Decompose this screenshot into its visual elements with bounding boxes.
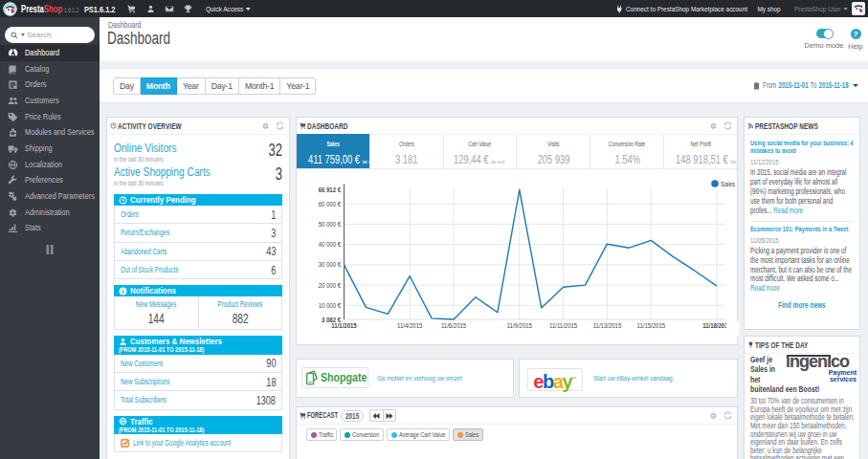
panel-settings-icon[interactable] (709, 121, 718, 130)
product-reviews-cell[interactable]: Product Reviews 882 (198, 296, 282, 329)
dashboard-panel: DASHBOARD Sales 411 759,00 € tax excl. O… (296, 117, 738, 345)
sidebar-item-dashboard[interactable]: Dashboard (0, 45, 100, 61)
cart-icon[interactable] (122, 0, 142, 17)
shop-name-link[interactable]: PS1.6.1.2 (84, 4, 116, 14)
to-date: 2015-11-18 (819, 81, 849, 90)
clock-icon (110, 122, 117, 129)
forecast-legend: Traffic Conversion Average Cart Value Sa… (297, 425, 737, 441)
sidebar-item-orders[interactable]: Orders (0, 76, 100, 93)
forecast-toggle-traffic[interactable]: Traffic (306, 428, 337, 441)
customers-person-icon (119, 338, 127, 346)
panel-settings-icon[interactable] (709, 411, 718, 420)
quick-access-menu[interactable]: Quick Access (206, 5, 251, 13)
search-input[interactable] (27, 31, 80, 39)
forward-button[interactable] (383, 409, 396, 422)
customers-row-new-customers[interactable]: New Customers90 (114, 355, 282, 373)
svg-text:11/11/2015: 11/11/2015 (549, 321, 577, 329)
panel-title: FORECAST (307, 411, 338, 420)
wrench-icon (8, 175, 18, 186)
panel-title: TIPS OF THE DAY (755, 340, 808, 350)
active-carts-link[interactable]: Active Shopping Carts (114, 166, 211, 178)
news-article-title[interactable]: Using social media for your business: 4 … (750, 140, 854, 155)
panel-refresh-icon[interactable] (723, 121, 732, 130)
range-button-day-1[interactable]: Day-1 (206, 77, 239, 95)
gear-icon (8, 208, 18, 218)
kpi-orders[interactable]: Orders 3 181 (370, 135, 444, 168)
forecast-toggle-average-cart-value[interactable]: Average Cart Value (387, 428, 450, 441)
forward-icon (386, 412, 393, 420)
sidebar-item-catalog[interactable]: Catalog (0, 61, 100, 77)
find-more-news-link[interactable]: Find more news (750, 300, 854, 310)
range-button-month[interactable]: Month (141, 77, 177, 95)
sidebar-item-customers[interactable]: Customers (0, 93, 100, 109)
panel-settings-icon[interactable] (261, 121, 270, 130)
trophy-icon[interactable] (179, 0, 198, 17)
news-article: Ecommerce 101: Payments in a Tweet 11/05… (750, 226, 854, 294)
google-analytics-link[interactable]: Link to your Google Analytics account (114, 434, 282, 452)
sidebar-item-modules[interactable]: Modules and Services (0, 124, 100, 141)
sidebar-item-localization[interactable]: Localization (0, 157, 100, 173)
demo-mode-toggle[interactable] (816, 29, 833, 38)
svg-text:11/1/2015: 11/1/2015 (331, 321, 356, 329)
sidebar-item-shipping[interactable]: Shipping (0, 141, 100, 157)
sidebar-nav: Dashboard Catalog Orders Customers Price… (0, 17, 100, 459)
backward-button[interactable] (369, 409, 383, 422)
notifications-header: Notifications (114, 285, 282, 296)
panel-title: DASHBOARD (307, 121, 347, 131)
sidebar-item-administration[interactable]: Administration (0, 205, 100, 221)
new-messages-cell[interactable]: New Messages 144 (115, 296, 198, 329)
date-range-picker[interactable]: From 2015-11-01 To 2015-11-18 (721, 81, 858, 90)
kpi-sales[interactable]: Sales 411 759,00 € tax excl. (297, 134, 370, 168)
marketplace-link[interactable]: Connect to PrestaShop Marketplace accoun… (616, 5, 747, 13)
kpi-net-profit[interactable]: Net Profit 148 918,51 € tax excl. (664, 135, 737, 168)
sidebar-item-price-rules[interactable]: Price Rules (0, 109, 100, 125)
kpi-visits[interactable]: Visits 205 939 (517, 135, 590, 168)
svg-text:11/6/2015: 11/6/2015 (441, 321, 466, 329)
read-more-link[interactable]: Read more (750, 283, 780, 293)
my-shop-link[interactable]: My shop (757, 5, 780, 13)
pending-row-orders[interactable]: Orders1 (114, 206, 282, 224)
employees-icon[interactable] (142, 0, 161, 17)
sidebar-search[interactable] (5, 27, 95, 43)
sidebar-item-stats[interactable]: Stats (0, 221, 100, 237)
news-article-title[interactable]: Ecommerce 101: Payments in a Tweet (750, 226, 854, 233)
pending-row-abandoned-carts[interactable]: Abandoned Carts43 (114, 243, 282, 261)
svg-text:66 912 €: 66 912 € (319, 186, 341, 193)
sidebar-item-preferences[interactable]: Preferences (0, 173, 100, 189)
kpi-row: Sales 411 759,00 € tax excl. Orders 3 18… (297, 135, 737, 169)
collapse-menu-icon[interactable] (0, 245, 100, 254)
kpi-cart-value[interactable]: Cart Value 129,44 € tax excl. (444, 135, 518, 168)
pending-row-out-of-stock[interactable]: Out of Stock Products6 (114, 261, 282, 279)
help-label: Help (845, 42, 866, 51)
user-avatar[interactable] (852, 2, 865, 15)
customers-newsletters-header: Customers & Newsletters (FROM 2015-11-01… (114, 336, 282, 355)
read-more-link[interactable]: Read more (773, 206, 803, 215)
user-menu[interactable]: PrestaShop User (794, 5, 848, 13)
panel-refresh-icon[interactable] (723, 411, 732, 420)
customers-row-total-subscribers[interactable]: Total Subscribers1308 (114, 391, 282, 409)
forecast-toggle-sales[interactable]: Sales (453, 428, 483, 441)
messages-icon[interactable] (160, 0, 179, 17)
demo-mode-block: Demo mode (803, 29, 845, 50)
svg-text:11/15/2015: 11/15/2015 (636, 321, 665, 329)
shopgate-link[interactable]: Ga mobiel en verhoog uw omzet (377, 374, 462, 382)
online-visitors-stat: Online Visitors in the last 30 minutes 3… (114, 142, 282, 164)
help-icon[interactable]: ? (851, 29, 861, 39)
search-scope-caret[interactable] (21, 33, 25, 36)
kpi-conversion-rate[interactable]: Conversion Rate 1.54% (590, 135, 664, 168)
sidebar-item-advanced-parameters[interactable]: Advanced Parameters (0, 188, 100, 205)
pending-row-returns[interactable]: Return/Exchanges3 (114, 224, 282, 242)
online-visitors-link[interactable]: Online Visitors (114, 142, 177, 154)
forecast-toggle-conversion[interactable]: Conversion (340, 428, 384, 441)
customers-row-new-subscriptions[interactable]: New Subscriptions18 (114, 373, 282, 391)
range-button-year-1[interactable]: Year-1 (280, 77, 316, 95)
top-bar: PrestaShop 1.6.1.2 PS1.6.1.2 Quick Acces… (0, 0, 868, 17)
svg-text:60 000 €: 60 000 € (319, 200, 341, 208)
ebay-link[interactable]: Start uw eBay-winkel vandaag (593, 374, 673, 382)
range-button-month-1[interactable]: Month-1 (239, 77, 280, 95)
panel-refresh-icon[interactable] (276, 121, 284, 130)
range-button-day[interactable]: Day (113, 77, 141, 95)
from-date: 2015-11-01 (779, 81, 809, 90)
range-button-year[interactable]: Year (177, 77, 206, 95)
currently-pending-header: Currently Pending (114, 194, 282, 206)
